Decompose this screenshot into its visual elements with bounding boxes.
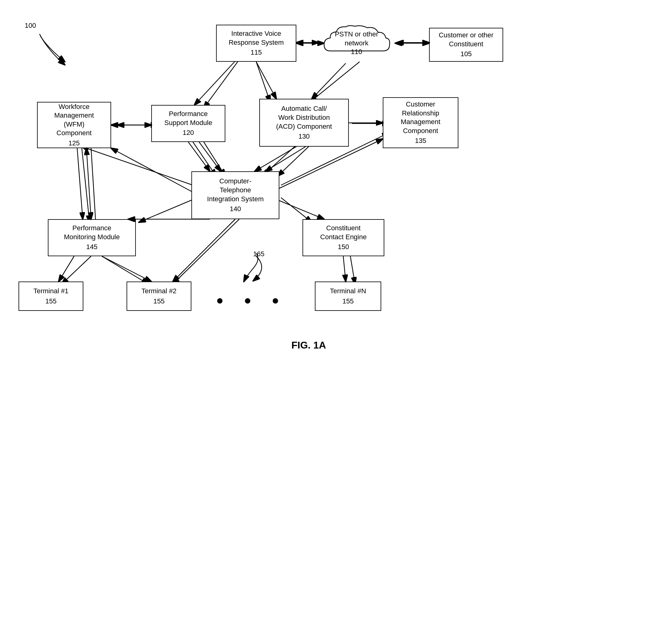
cce-box: Constituent Contact Engine 150 — [303, 219, 384, 256]
ellipsis-dot3: ● — [271, 293, 279, 307]
svg-line-32 — [265, 146, 306, 171]
svg-line-27 — [312, 63, 346, 99]
ellipsis-dot1: ● — [216, 293, 223, 307]
diagram-container: 100 — [0, 0, 672, 618]
ivr-num: 115 — [251, 48, 262, 57]
svg-line-19 — [102, 256, 148, 284]
terminal1-box: Terminal #1 155 — [18, 282, 83, 311]
fig-label: FIG. 1A — [262, 339, 355, 351]
svg-line-14 — [139, 198, 198, 222]
svg-line-33 — [188, 142, 210, 171]
svg-line-10 — [204, 142, 225, 176]
svg-line-45 — [343, 256, 346, 282]
customer-box: Customer or other Constituent 105 — [429, 28, 503, 62]
cti-box: Computer- Telephone Integration System 1… — [191, 171, 279, 219]
svg-line-12 — [82, 148, 90, 222]
t1-num: 155 — [45, 297, 57, 306]
t2-label: Terminal #2 — [141, 287, 177, 296]
psm-num: 120 — [183, 128, 194, 137]
pmm-label: Performance Monitoring Module — [64, 224, 120, 241]
cce-num: 150 — [338, 243, 349, 251]
svg-line-16 — [281, 198, 312, 222]
svg-line-5 — [256, 62, 270, 102]
psm-box: Performance Support Module 120 — [151, 105, 225, 142]
svg-line-35 — [111, 148, 191, 191]
svg-line-18 — [62, 256, 91, 284]
svg-line-44 — [173, 219, 235, 282]
pstn-label: PSTN or other network — [335, 30, 378, 47]
svg-line-17 — [350, 256, 355, 284]
ref-165-label: 165 — [253, 250, 264, 258]
cti-label: Computer- Telephone Integration System — [207, 177, 263, 203]
terminaln-box: Terminal #N 155 — [315, 282, 381, 311]
customer-num: 105 — [461, 50, 472, 59]
svg-line-11 — [204, 62, 238, 108]
customer-label: Customer or other Constituent — [439, 31, 493, 48]
cce-label: Constituent Contact Engine — [320, 224, 366, 241]
pstn-cloud: PSTN or other network 110 — [318, 23, 395, 63]
ellipsis-dot2: ● — [244, 293, 251, 307]
tn-label: Terminal #N — [330, 287, 366, 296]
wfm-box: Workforce Management (WFM) Component 125 — [37, 102, 111, 148]
crm-box: Customer Relationship Management Compone… — [383, 97, 458, 148]
svg-line-15 — [173, 219, 239, 284]
tn-num: 155 — [342, 297, 354, 306]
wfm-num: 125 — [69, 139, 80, 148]
t1-label: Terminal #1 — [33, 287, 69, 296]
svg-line-29 — [256, 62, 276, 99]
svg-line-28 — [195, 62, 235, 105]
terminal2-box: Terminal #2 155 — [127, 282, 191, 311]
wfm-label: Workforce Management (WFM) Component — [54, 102, 94, 138]
t2-num: 155 — [153, 297, 165, 306]
acd-label: Automatic Call/ Work Distribution (ACD) … — [276, 104, 332, 131]
svg-line-34 — [199, 142, 221, 171]
svg-line-9 — [193, 142, 216, 176]
acd-box: Automatic Call/ Work Distribution (ACD) … — [259, 99, 349, 146]
svg-line-43 — [102, 256, 151, 282]
svg-line-6 — [278, 145, 310, 176]
psm-label: Performance Support Module — [164, 110, 212, 127]
ivr-box: Interactive Voice Response System 115 — [216, 25, 296, 62]
ivr-label: Interactive Voice Response System — [229, 29, 284, 47]
pmm-num: 145 — [86, 243, 98, 251]
svg-line-31 — [255, 146, 296, 171]
crm-num: 135 — [415, 136, 426, 145]
pmm-box: Performance Monitoring Module 145 — [48, 219, 136, 256]
cti-num: 140 — [230, 205, 241, 214]
pstn-num: 110 — [335, 47, 378, 57]
crm-label: Customer Relationship Management Compone… — [401, 100, 440, 135]
svg-line-37 — [279, 201, 324, 219]
svg-line-42 — [59, 256, 74, 282]
acd-num: 130 — [299, 132, 310, 141]
pstn-text: PSTN or other network 110 — [335, 30, 378, 57]
ref-100-label: 100 — [25, 22, 36, 30]
svg-line-13 — [91, 148, 96, 222]
svg-line-41 — [87, 148, 91, 219]
svg-line-40 — [77, 148, 83, 219]
svg-line-22 — [82, 146, 198, 187]
svg-line-4 — [310, 62, 360, 102]
